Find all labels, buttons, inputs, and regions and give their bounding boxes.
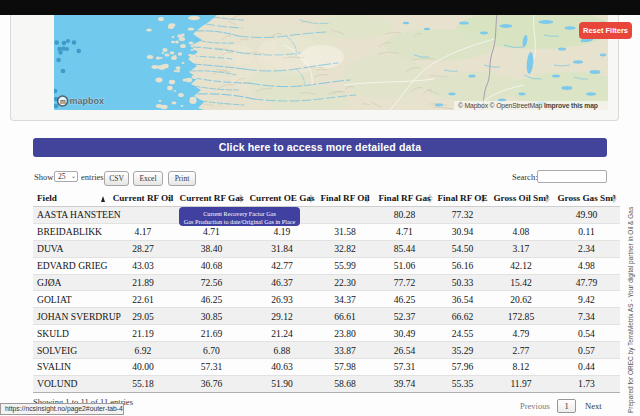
svg-text:m: m [60,98,66,105]
svg-text:© Mapbox © OpenStreetMap Impro: © Mapbox © OpenStreetMap Improve this ma… [458,102,598,110]
svg-text:mapbox: mapbox [70,96,105,106]
